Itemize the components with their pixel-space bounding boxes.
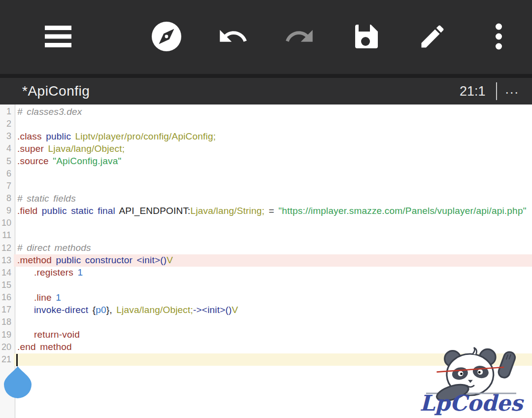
line-text: .field public static final API_ENDPOINT:… xyxy=(14,205,532,217)
line-number: 13 xyxy=(0,255,13,266)
hamburger-icon xyxy=(44,25,72,49)
status-more-button[interactable]: ... xyxy=(505,82,519,101)
code-lines: 1# classes3.dex23.class public Liptv/pla… xyxy=(0,105,532,366)
line-text: .end method xyxy=(14,341,532,353)
code-line[interactable]: 1# classes3.dex xyxy=(0,105,532,118)
undo-button[interactable] xyxy=(200,21,266,54)
status-divider xyxy=(496,82,497,100)
line-number: 11 xyxy=(0,230,13,241)
line-text xyxy=(14,279,532,291)
text-caret xyxy=(16,354,18,366)
line-text: invoke-direct {p0}, Ljava/lang/Object;->… xyxy=(14,304,532,316)
toolbar-actions xyxy=(133,21,532,54)
line-number: 18 xyxy=(0,317,13,327)
code-line[interactable]: 17 invoke-direct {p0}, Ljava/lang/Object… xyxy=(0,304,532,316)
line-number: 14 xyxy=(0,268,13,278)
three-dots-icon xyxy=(495,23,502,51)
pencil-icon xyxy=(418,22,447,53)
line-number: 20 xyxy=(0,342,13,352)
line-text xyxy=(14,229,532,242)
menu-button[interactable] xyxy=(25,25,91,49)
top-toolbar xyxy=(0,0,532,74)
code-line[interactable]: 20.end method xyxy=(0,341,532,353)
code-line[interactable]: 2 xyxy=(0,118,532,130)
line-number: 21 xyxy=(0,354,13,365)
line-number: 5 xyxy=(0,156,13,167)
redo-button[interactable] xyxy=(266,21,332,54)
line-number: 16 xyxy=(0,292,13,303)
line-text: .source "ApiConfig.java" xyxy=(14,155,532,168)
line-number: 7 xyxy=(0,181,13,191)
line-number: 4 xyxy=(0,143,13,154)
overflow-menu-button[interactable] xyxy=(466,21,532,54)
line-number: 17 xyxy=(0,305,13,315)
code-line[interactable]: 14 .registers 1 xyxy=(0,267,532,279)
redo-icon xyxy=(284,21,315,54)
line-number: 19 xyxy=(0,330,13,340)
line-number: 9 xyxy=(0,206,13,216)
code-line[interactable]: 10 xyxy=(0,217,532,229)
line-text xyxy=(14,118,532,130)
undo-icon xyxy=(217,21,249,54)
code-line[interactable]: 21 xyxy=(0,353,532,366)
line-text: .super Ljava/lang/Object; xyxy=(14,142,532,155)
code-line[interactable]: 19 return-void xyxy=(0,329,532,341)
line-text: .method public constructor <init>()V xyxy=(14,254,532,267)
line-text xyxy=(14,168,532,180)
line-text: .class public Liptv/player/pro/config/Ap… xyxy=(14,130,532,142)
goto-button[interactable] xyxy=(133,21,200,54)
code-line[interactable]: 15 xyxy=(0,279,532,291)
line-text: .line 1 xyxy=(14,291,532,304)
line-number: 6 xyxy=(0,169,13,179)
line-text: # direct methods xyxy=(14,242,532,254)
code-line[interactable]: 5.source "ApiConfig.java" xyxy=(0,155,532,168)
save-button[interactable] xyxy=(332,21,399,54)
code-line[interactable]: 13.method public constructor <init>()V xyxy=(0,254,532,267)
code-line[interactable]: 12# direct methods xyxy=(0,242,532,254)
toolbar-divider xyxy=(0,74,532,78)
code-line[interactable]: 7 xyxy=(0,180,532,192)
line-text: # classes3.dex xyxy=(14,105,532,118)
edit-button[interactable] xyxy=(399,21,466,54)
code-line[interactable]: 4.super Ljava/lang/Object; xyxy=(0,142,532,155)
line-number: 3 xyxy=(0,131,13,141)
line-number: 12 xyxy=(0,243,13,253)
code-line[interactable]: 18 xyxy=(0,316,532,328)
line-text: .registers 1 xyxy=(14,267,532,279)
cursor-drag-handle[interactable] xyxy=(2,366,33,400)
line-number: 8 xyxy=(0,193,13,204)
code-line[interactable]: 6 xyxy=(0,168,532,180)
code-line[interactable]: 16 .line 1 xyxy=(0,291,532,304)
code-editor[interactable]: 1# classes3.dex23.class public Liptv/pla… xyxy=(0,104,532,418)
save-icon xyxy=(352,23,380,52)
line-text xyxy=(14,353,532,366)
line-text: return-void xyxy=(14,329,532,341)
line-number: 2 xyxy=(0,119,13,129)
watermark-text: LpCodes xyxy=(418,392,524,414)
line-number: 15 xyxy=(0,280,13,290)
line-number: 1 xyxy=(0,106,13,117)
code-line[interactable]: 3.class public Liptv/player/pro/config/A… xyxy=(0,130,532,142)
line-number: 10 xyxy=(0,218,13,228)
code-line[interactable]: 9.field public static final API_ENDPOINT… xyxy=(0,205,532,217)
document-title: *ApiConfig xyxy=(22,83,90,99)
compass-icon xyxy=(151,21,182,53)
cursor-position-indicator[interactable]: 21:1 xyxy=(460,84,486,99)
code-line[interactable]: 8# static fields xyxy=(0,192,532,205)
line-text xyxy=(14,180,532,192)
titlebar: *ApiConfig 21:1 ... xyxy=(0,78,532,104)
line-text xyxy=(14,316,532,328)
code-line[interactable]: 11 xyxy=(0,229,532,242)
line-text: # static fields xyxy=(14,192,532,205)
line-text xyxy=(14,217,532,229)
